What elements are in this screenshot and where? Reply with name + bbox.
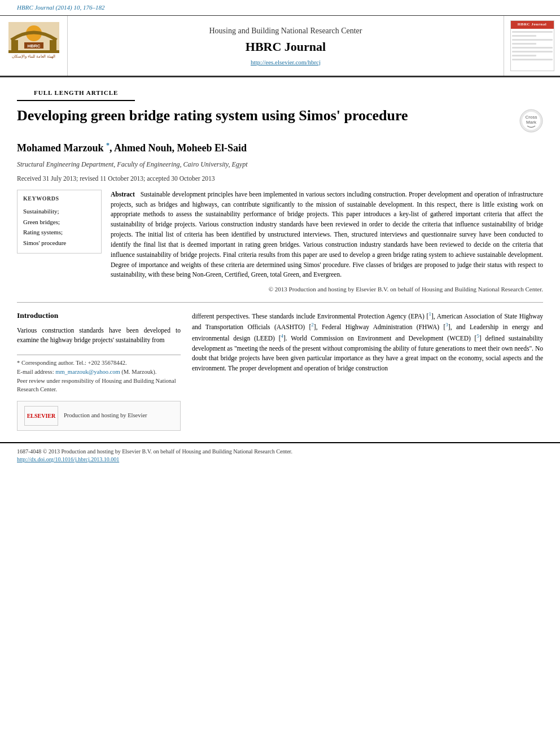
bottom-issn: 1687-4048 © 2013 Production and hosting … (17, 448, 543, 456)
svg-rect-4 (8, 50, 59, 53)
keywords-title: KEYWORDS (23, 195, 95, 203)
body-col-right: different perspectives. These standards … (192, 311, 543, 431)
elsevier-logo-text: ELSEVIER (27, 412, 56, 420)
and-word: and (524, 355, 533, 361)
author-3: Moheeb El-Said (177, 142, 247, 154)
body-two-col: Introduction Various construction standa… (0, 311, 560, 431)
crossmark-badge-icon: Cross Mark (519, 109, 543, 133)
header-center: Housing and Building National Research C… (68, 16, 504, 76)
abstract-text: Sustainable development principles have … (111, 191, 543, 278)
header-banner: HBRC الهيئة العامة للبناء والإسكان Housi… (0, 15, 560, 77)
bottom-bar: 1687-4048 © 2013 Production and hosting … (0, 442, 560, 467)
footnote-email: E-mail address: mm_marzouk@yahoo.com (M.… (17, 368, 181, 377)
footnote-corresponding: * Corresponding author. Tel.: +202 35678… (17, 359, 181, 368)
elsevier-box: ELSEVIER Production and hosting by Elsev… (17, 401, 181, 431)
right-col-text: different perspectives. These standards … (192, 311, 543, 374)
svg-text:Mark: Mark (526, 120, 537, 125)
body-col-left: Introduction Various construction standa… (17, 311, 181, 431)
keywords-abstract-section: KEYWORDS Sustainability; Green bridges; … (0, 190, 560, 294)
abstract-box: Abstract Sustainable development princip… (111, 190, 543, 294)
abstract-copyright: © 2013 Production and hosting by Elsevie… (111, 285, 543, 294)
article-type-text: FULL LENGTH ARTICLE (17, 84, 135, 101)
cover-line-1 (512, 31, 553, 33)
svg-text:HBRC: HBRC (27, 43, 40, 49)
introduction-paragraph: Various construction standards have been… (17, 326, 181, 346)
header-logo-right: HBRC Journal (504, 16, 560, 76)
footnote-email-attribution: (M. Marzouk). (121, 369, 156, 375)
footnote-email-address[interactable]: mm_marzouk@yahoo.com (55, 369, 120, 375)
title-section: Developing green bridge rating system us… (0, 101, 560, 133)
keyword-2: Green bridges; (23, 217, 95, 228)
authors-section: Mohamed Marzouk *, Ahmed Nouh, Moheeb El… (0, 133, 560, 183)
footnote-area: * Corresponding author. Tel.: +202 35678… (17, 355, 181, 394)
keywords-box: KEYWORDS Sustainability; Green bridges; … (17, 190, 102, 254)
cover-line-6 (512, 51, 553, 53)
affiliation: Structural Engineering Department, Facul… (17, 160, 543, 169)
journal-link[interactable]: http://ees.elsevier.com/hbrcj (251, 58, 321, 67)
cover-line-4 (512, 43, 536, 45)
hbrc-journal-cover: HBRC Journal (510, 20, 554, 71)
abstract-content: Abstract Sustainable development princip… (111, 190, 543, 280)
citation-text: HBRC Journal (2014) 10, 176–182 (17, 4, 105, 11)
hbrc-arch-icon: HBRC (8, 22, 59, 53)
header-logo-left: HBRC الهيئة العامة للبناء والإسكان (0, 16, 68, 76)
section-divider (17, 302, 543, 303)
journal-citation: HBRC Journal (2014) 10, 176–182 (0, 0, 560, 15)
svg-text:Cross: Cross (526, 115, 537, 120)
hbrc-cover-header: HBRC Journal (511, 21, 554, 29)
cover-line-8 (512, 59, 553, 60)
footnote-email-label: E-mail address: (17, 369, 54, 375)
keyword-4: Simos' procedure (23, 238, 95, 248)
cover-line-5 (512, 47, 553, 49)
author-2: Ahmed Nouh (114, 142, 172, 154)
received-dates: Received 31 July 2013; revised 11 Octobe… (17, 174, 543, 183)
institution-name: Housing and Building National Research C… (209, 25, 362, 37)
journal-title: HBRC Journal (246, 38, 326, 56)
authors-line: Mohamed Marzouk *, Ahmed Nouh, Moheeb El… (17, 141, 543, 155)
arabic-text: الهيئة العامة للبناء والإسكان (12, 54, 55, 60)
cover-line-7 (512, 55, 536, 56)
elsevier-text: Production and hosting by Elsevier (64, 412, 147, 420)
elsevier-logo: ELSEVIER (24, 406, 58, 426)
keyword-1: Sustainability; (23, 206, 95, 217)
introduction-heading: Introduction (17, 311, 181, 321)
keyword-3: Rating systems; (23, 227, 95, 238)
abstract-label: Abstract (111, 191, 135, 198)
hbrc-logo: HBRC الهيئة العامة للبناء والإسكان (5, 22, 63, 70)
corresponding-marker: * (106, 141, 110, 149)
cover-line-3 (512, 39, 553, 41)
article-title: Developing green bridge rating system us… (17, 107, 514, 124)
author-1: Mohamed Marzouk (17, 142, 103, 154)
cover-line-2 (512, 35, 536, 37)
article-type-label: FULL LENGTH ARTICLE (0, 77, 560, 101)
hbrc-cover-body (511, 29, 554, 71)
keywords-list: Sustainability; Green bridges; Rating sy… (23, 206, 95, 248)
bottom-doi[interactable]: http://dx.doi.org/10.1016/j.hbrcj.2013.1… (17, 456, 543, 464)
hbrc-cover-label: HBRC Journal (518, 22, 546, 28)
footnote-corresponding-text: * Corresponding author. Tel.: +202 35678… (17, 360, 127, 366)
footnote-peer-review: Peer review under responsibility of Hous… (17, 377, 181, 395)
